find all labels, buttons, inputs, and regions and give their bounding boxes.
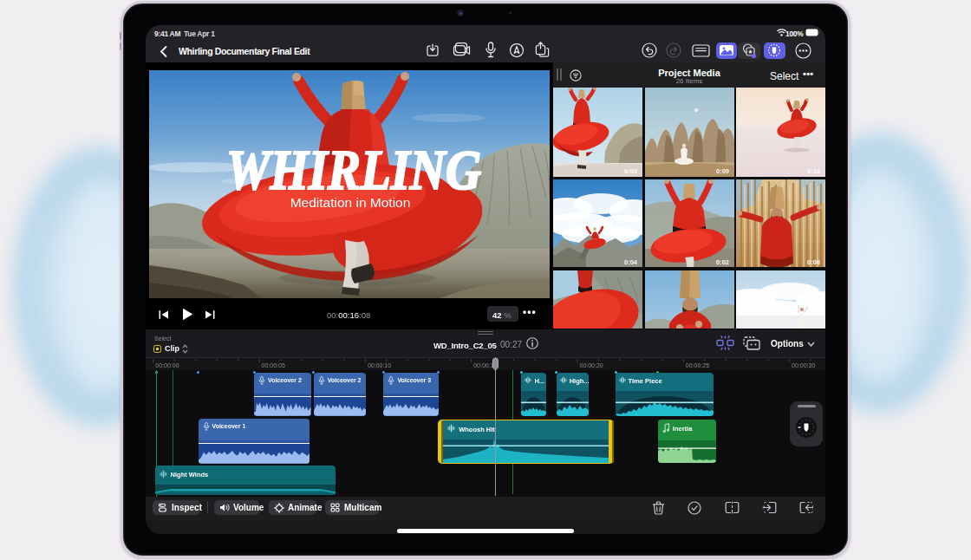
svg-text:00:00:10: 00:00:10 (368, 362, 391, 368)
svg-text:0:09: 0:09 (715, 167, 728, 175)
svg-text:0:04: 0:04 (624, 258, 638, 266)
svg-text:Meditation in Motion: Meditation in Motion (290, 195, 411, 210)
svg-text:00:00:30: 00:00:30 (792, 362, 815, 368)
svg-text:0:06: 0:06 (807, 258, 820, 266)
svg-text:0:03: 0:03 (624, 167, 637, 175)
svg-text:00:00:05: 00:00:05 (262, 362, 285, 368)
svg-text:0:10: 0:10 (807, 167, 820, 175)
svg-text:0:02: 0:02 (715, 258, 728, 266)
svg-text:00:00:00: 00:00:00 (155, 362, 179, 368)
svg-text:00:00:20: 00:00:20 (580, 362, 603, 368)
svg-text:WHIRLING: WHIRLING (226, 138, 481, 201)
svg-text:00:00:25: 00:00:25 (686, 362, 709, 368)
